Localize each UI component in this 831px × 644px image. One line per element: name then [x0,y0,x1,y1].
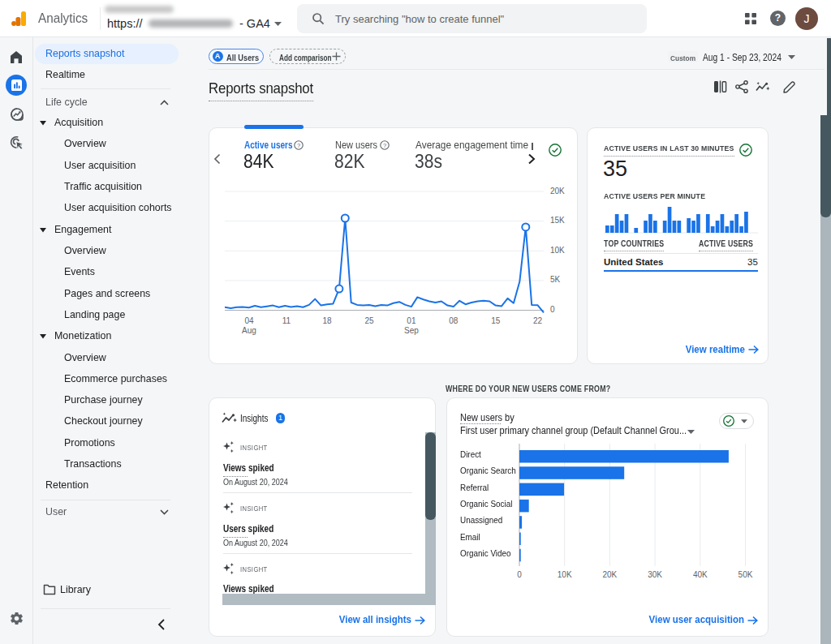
svg-text:?: ? [297,142,300,149]
svg-text:?: ? [383,142,386,149]
